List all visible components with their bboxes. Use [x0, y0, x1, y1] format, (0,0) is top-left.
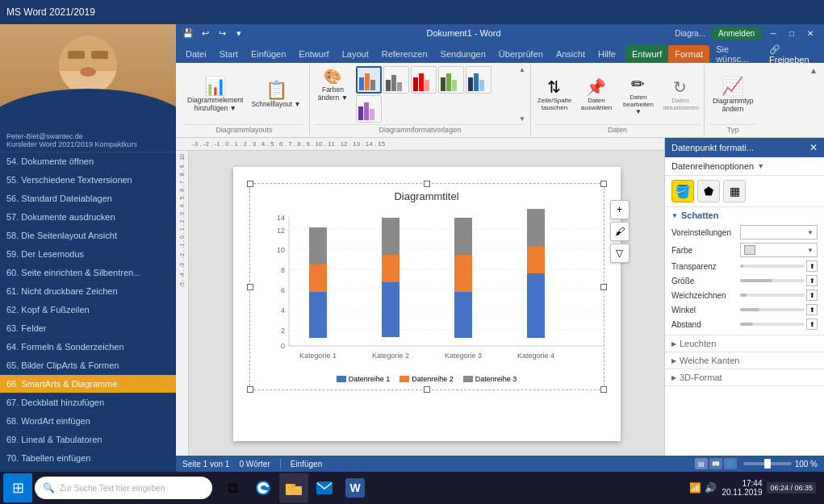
sidebar-item-57[interactable]: 57. Dokumente ausdrucken: [0, 208, 176, 227]
handle-r[interactable]: [600, 284, 607, 290]
leuchten-header[interactable]: ▶ Leuchten: [665, 335, 824, 352]
chart-preview-4[interactable]: [438, 66, 464, 94]
chart-preview-3[interactable]: [411, 66, 437, 94]
diagrammtyp-btn[interactable]: 📈 Diagrammtyp ändern: [709, 74, 756, 115]
taskbar-mail[interactable]: [310, 473, 339, 502]
farbe-control[interactable]: ▼: [740, 243, 818, 257]
handle-br[interactable]: [600, 386, 607, 393]
chart-preview-2[interactable]: [383, 66, 409, 94]
schnelllayout-btn[interactable]: 📋 Schnelllayout ▼: [248, 80, 303, 110]
handle-bl[interactable]: [247, 386, 253, 393]
minimize-btn[interactable]: ─: [764, 26, 782, 40]
sidebar-item-67[interactable]: 67. Deckblatt hinzufügen: [0, 394, 176, 412]
handle-t[interactable]: [424, 181, 430, 187]
transparenz-spinner[interactable]: ⬆: [806, 260, 818, 272]
groesse-slider[interactable]: [740, 279, 805, 282]
groesse-spinner[interactable]: ⬆: [806, 275, 818, 286]
tab-hilfe[interactable]: Hilfe: [592, 45, 622, 63]
sidebar-item-55[interactable]: 55. Verschiedene Textversionen: [0, 171, 176, 190]
undo-qat-btn[interactable]: ↩: [198, 26, 212, 40]
weichzeichnen-slider[interactable]: [740, 294, 805, 297]
sidebar-item-69[interactable]: 69. Lineal & Tabulatoren: [0, 431, 176, 449]
preview-scroll-down[interactable]: ▼: [519, 115, 525, 123]
tab-layout[interactable]: Layout: [336, 45, 375, 63]
sidebar-item-62[interactable]: 62. Kopf & Fußzeilen: [0, 301, 176, 319]
format-icon-shape[interactable]: ⬟: [697, 180, 720, 202]
freigeben-btn[interactable]: 🔗 Freigeben: [763, 45, 821, 63]
maximize-btn[interactable]: □: [783, 26, 801, 40]
abstand-slider[interactable]: [740, 323, 805, 326]
tab-entwurf-active[interactable]: Entwurf: [625, 45, 668, 63]
view-normal-btn[interactable]: ▤: [695, 458, 708, 469]
taskbar-volume-icon[interactable]: 🔊: [705, 482, 717, 494]
winkel-slider[interactable]: [740, 308, 805, 311]
winkel-spinner[interactable]: ⬆: [806, 304, 818, 315]
sidebar-item-60[interactable]: 60. Seite einrichten & Silbentren...: [0, 264, 176, 282]
signin-btn[interactable]: Anmelden: [712, 27, 761, 40]
sidebar-item-63[interactable]: 63. Felder: [0, 319, 176, 338]
format-icon-bar[interactable]: ▦: [723, 180, 746, 202]
tab-format[interactable]: Format: [668, 45, 709, 63]
tab-sie-wuenscht[interactable]: Sie wünsc...: [709, 45, 763, 63]
format-icon-fill[interactable]: 🪣: [671, 180, 694, 202]
chart-preview-6[interactable]: [356, 95, 382, 123]
sidebar-item-68[interactable]: 68. WordArt einfügen: [0, 412, 176, 431]
taskbar-edge-browser[interactable]: [249, 473, 278, 502]
weiche-kanten-header[interactable]: ▶ Weiche Kanten: [665, 352, 824, 369]
farben-btn[interactable]: 🎨 Farbenändern ▼: [315, 66, 351, 103]
view-web-btn[interactable]: 🌐: [724, 458, 737, 469]
sidebar-item-61[interactable]: 61. Nicht druckbare Zeichen: [0, 282, 176, 301]
close-btn[interactable]: ✕: [801, 26, 819, 40]
tab-sendungen[interactable]: Sendungen: [434, 45, 492, 63]
taskbar-word[interactable]: W: [341, 473, 370, 502]
chart-preview-5[interactable]: [466, 66, 491, 94]
zeile-spalte-btn[interactable]: ⇅ Zeile/Spalte tauschen: [534, 76, 575, 113]
chart-filter-btn[interactable]: ▽: [610, 244, 630, 263]
weichzeichnen-spinner[interactable]: ⬆: [806, 289, 818, 301]
3d-format-header[interactable]: ▶ 3D-Format: [665, 369, 824, 385]
preview-scroll-up[interactable]: ▲: [519, 66, 525, 73]
handle-tr[interactable]: [600, 181, 607, 187]
sidebar-item-54[interactable]: 54. Dokumente öffnen: [0, 152, 176, 171]
ribbon-collapse-btn[interactable]: ▲: [806, 65, 821, 135]
sidebar-item-56[interactable]: 56. Standard Dateiablagen: [0, 190, 176, 208]
transparenz-slider[interactable]: [740, 264, 805, 268]
handle-l[interactable]: [247, 284, 253, 290]
daten-bearbeiten-btn[interactable]: ✏ Daten bearbeiten ▼: [618, 73, 659, 117]
voreinstellungen-dropdown[interactable]: ▼: [740, 225, 818, 240]
sidebar-item-58[interactable]: 58. Die Seitenlayout Ansicht: [0, 227, 176, 245]
taskbar-network-icon[interactable]: 📶: [689, 482, 701, 494]
taskbar-clock[interactable]: 17:44 20.11.2019: [722, 479, 762, 497]
diagrammelement-btn[interactable]: 📊 Diagrammelementhinzufügen ▼: [184, 76, 246, 114]
daten-aktualisieren-btn[interactable]: ↻ Daten aktualisieren: [660, 76, 701, 113]
taskbar-multidesktop[interactable]: ⧉: [218, 473, 247, 502]
redo-qat-btn[interactable]: ↪: [215, 26, 229, 40]
chart-styles-btn[interactable]: 🖌: [610, 222, 630, 241]
taskbar-file-explorer[interactable]: [279, 473, 308, 502]
chart-elements-btn[interactable]: +: [610, 200, 630, 219]
tab-start[interactable]: Start: [213, 45, 245, 63]
start-button[interactable]: ⊞: [3, 473, 32, 502]
view-read-btn[interactable]: 📖: [709, 458, 722, 469]
tab-datei[interactable]: Datei: [179, 45, 213, 63]
handle-b[interactable]: [424, 386, 430, 393]
customize-qat-btn[interactable]: ▾: [232, 26, 246, 40]
tab-einfuegen[interactable]: Einfügen: [245, 45, 292, 63]
save-qat-btn[interactable]: 💾: [181, 26, 195, 40]
abstand-spinner[interactable]: ⬆: [806, 319, 818, 330]
tab-ansicht[interactable]: Ansicht: [550, 45, 592, 63]
sidebar-item-70[interactable]: 70. Tabellen einfügen: [0, 449, 176, 468]
format-panel-close-btn[interactable]: ✕: [809, 142, 818, 153]
tab-referenzen[interactable]: Referenzen: [375, 45, 434, 63]
sidebar-item-65[interactable]: 65. Bilder ClipArts & Formen: [0, 356, 176, 375]
taskbar-extra-time[interactable]: 06:24 / 06:35: [767, 482, 816, 494]
zoom-slider[interactable]: [743, 462, 792, 465]
schatten-header[interactable]: ▼ Schatten: [665, 207, 824, 223]
tab-ueberpruefen[interactable]: Überprüfen: [492, 45, 550, 63]
sidebar-item-66[interactable]: 66. SmartArts & Diagramme: [0, 375, 176, 394]
sidebar-item-59[interactable]: 59. Der Lesemodus: [0, 245, 176, 264]
sidebar-item-64[interactable]: 64. Formeln & Sonderzeichen: [0, 338, 176, 356]
daten-auswaehlen-btn[interactable]: 📌 Daten auswählen: [576, 76, 617, 113]
taskbar-search-box[interactable]: 🔍 Zur Suche Text hier eingeben: [35, 477, 212, 499]
chart-preview-1[interactable]: [356, 66, 382, 94]
